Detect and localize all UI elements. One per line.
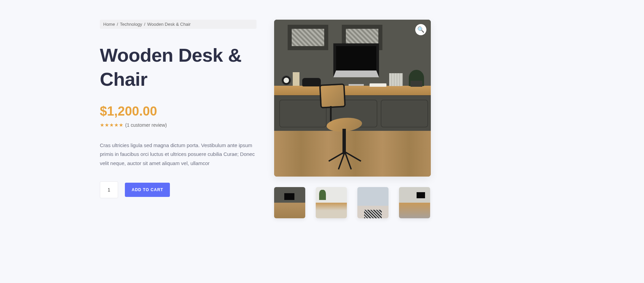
star-icon: ★ xyxy=(119,122,123,128)
product-details: Home / Technology / Wooden Desk & Chair … xyxy=(100,20,257,218)
main-image-wrapper: 🔍 xyxy=(274,20,431,177)
thumbnail-row xyxy=(274,187,431,218)
currency-symbol: $ xyxy=(100,104,107,118)
add-to-cart-row: ADD TO CART xyxy=(100,181,257,198)
zoom-icon[interactable]: 🔍 xyxy=(415,24,426,35)
breadcrumb: Home / Technology / Wooden Desk & Chair xyxy=(100,20,257,29)
product-description: Cras ultricies ligula sed magna dictum p… xyxy=(100,141,257,168)
product-price: $1,200.00 xyxy=(100,104,257,119)
breadcrumb-home[interactable]: Home xyxy=(103,22,115,27)
breadcrumb-separator: / xyxy=(144,22,146,27)
product-gallery: 🔍 xyxy=(274,20,431,218)
quantity-input[interactable] xyxy=(100,181,118,198)
thumbnail-image xyxy=(316,187,347,218)
breadcrumb-current: Wooden Desk & Chair xyxy=(147,22,191,27)
breadcrumb-technology[interactable]: Technology xyxy=(120,22,142,27)
star-icon: ★ xyxy=(105,122,109,128)
thumbnail-image xyxy=(399,187,430,218)
product-title: Wooden Desk & Chair xyxy=(100,43,257,91)
product-main-image[interactable] xyxy=(274,20,431,177)
thumbnail-image xyxy=(357,187,388,218)
star-icon: ★ xyxy=(114,122,118,128)
thumbnail-image xyxy=(274,187,305,218)
product-page: Home / Technology / Wooden Desk & Chair … xyxy=(0,0,644,235)
thumbnail-2[interactable] xyxy=(316,187,347,218)
thumbnail-1[interactable] xyxy=(274,187,305,218)
review-count-link[interactable]: (1 customer review) xyxy=(125,122,167,128)
thumbnail-3[interactable] xyxy=(357,187,388,218)
star-rating: ★ ★ ★ ★ ★ xyxy=(100,122,123,128)
price-value: 1,200.00 xyxy=(107,104,157,118)
star-icon: ★ xyxy=(109,122,114,128)
add-to-cart-button[interactable]: ADD TO CART xyxy=(125,183,170,197)
thumbnail-4[interactable] xyxy=(399,187,430,218)
star-icon: ★ xyxy=(100,122,104,128)
rating-row: ★ ★ ★ ★ ★ (1 customer review) xyxy=(100,122,257,128)
breadcrumb-separator: / xyxy=(117,22,118,27)
